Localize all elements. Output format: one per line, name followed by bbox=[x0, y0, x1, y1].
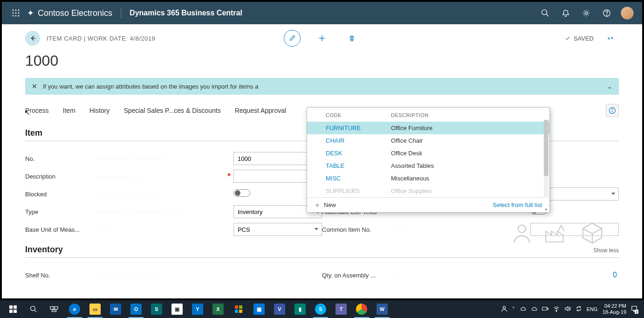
taskbar-dynamics[interactable]: ▮ bbox=[290, 300, 310, 318]
action-process[interactable]: Process bbox=[25, 107, 49, 114]
tray-sync-icon[interactable] bbox=[575, 305, 582, 313]
description-label: Description bbox=[25, 173, 95, 180]
tray-notifications-icon[interactable]: 3 bbox=[631, 305, 637, 313]
taskbar-word[interactable]: W bbox=[372, 300, 392, 318]
dd-row[interactable]: TABLEAssorted Tables bbox=[307, 159, 549, 172]
dd-row[interactable]: SUPPLIERSOffice Supplies bbox=[307, 185, 549, 197]
task-view-icon[interactable] bbox=[44, 300, 64, 318]
avatar[interactable] bbox=[621, 7, 634, 20]
taskbar-explorer[interactable]: ▭ bbox=[85, 300, 105, 318]
factbox-placeholder bbox=[498, 220, 619, 246]
page-title: 1000 bbox=[25, 52, 619, 69]
tray-chevron-up-icon[interactable]: ˄ bbox=[512, 306, 515, 312]
taskbar-chrome[interactable] bbox=[351, 300, 372, 318]
dd-row[interactable]: MISCMiscellaneous bbox=[307, 172, 549, 185]
svg-point-40 bbox=[556, 311, 557, 311]
person-icon bbox=[511, 222, 533, 244]
collapse-icon[interactable] bbox=[602, 30, 619, 47]
svg-rect-35 bbox=[235, 310, 238, 313]
svg-point-11 bbox=[585, 12, 587, 14]
divider bbox=[121, 7, 121, 19]
svg-point-6 bbox=[13, 15, 14, 17]
search-icon[interactable] bbox=[535, 2, 555, 24]
show-less-link[interactable]: Show less bbox=[593, 247, 619, 254]
factory-icon bbox=[544, 222, 568, 244]
breadcrumb: ITEM CARD | WORK DATE: 4/8/2019 bbox=[47, 35, 155, 42]
tray-onedrive2-icon[interactable] bbox=[531, 305, 537, 313]
svg-rect-30 bbox=[50, 307, 54, 309]
action-item[interactable]: Item bbox=[63, 107, 75, 114]
svg-point-3 bbox=[13, 13, 14, 14]
buom-input[interactable] bbox=[233, 223, 322, 236]
notification-banner: ✕ If you want, we can assign attributes … bbox=[25, 78, 619, 95]
app-launcher-icon[interactable] bbox=[7, 9, 25, 17]
svg-rect-39 bbox=[547, 308, 548, 309]
tray-volume-icon[interactable] bbox=[564, 305, 571, 313]
taskbar-visio[interactable]: V bbox=[269, 300, 290, 318]
bell-icon[interactable] bbox=[555, 2, 576, 24]
info-icon[interactable] bbox=[606, 104, 619, 117]
delete-button[interactable] bbox=[343, 30, 360, 47]
taskbar-skype[interactable]: S bbox=[310, 300, 331, 318]
buom-label: Base Unit of Meas... bbox=[25, 226, 95, 233]
qtyasm-value[interactable]: 0 bbox=[530, 269, 619, 282]
dd-row[interactable]: FURNITUREOffice Furniture bbox=[307, 122, 549, 134]
dd-row[interactable]: DESKOffice Desk bbox=[307, 147, 549, 159]
no-label: No. bbox=[25, 155, 95, 162]
taskbar-excel[interactable]: X bbox=[208, 300, 228, 318]
tray-onedrive-icon[interactable] bbox=[520, 305, 526, 313]
help-icon[interactable] bbox=[596, 2, 617, 24]
windows-taskbar: e ▭ ✉ O S ▣ Y X ▦ V ▮ S T W ˄ ENG 04:22 … bbox=[0, 300, 644, 318]
taskbar-ms[interactable] bbox=[228, 300, 249, 318]
taskbar-calendar[interactable]: ▦ bbox=[249, 300, 269, 318]
tray-battery-icon[interactable] bbox=[542, 305, 548, 313]
blocked-label: Blocked bbox=[25, 191, 95, 198]
tray-people-icon[interactable] bbox=[501, 305, 507, 313]
common-label: Common Item No. bbox=[322, 226, 392, 233]
svg-point-4 bbox=[15, 13, 17, 14]
gear-icon[interactable] bbox=[576, 2, 596, 24]
svg-point-8 bbox=[18, 15, 20, 17]
svg-rect-38 bbox=[542, 307, 547, 310]
new-button[interactable] bbox=[314, 30, 330, 47]
action-request-approval[interactable]: Request Approval bbox=[235, 107, 287, 114]
svg-point-20 bbox=[612, 109, 612, 109]
type-label: Type bbox=[25, 208, 95, 215]
dd-new-button[interactable]: New bbox=[315, 201, 336, 208]
taskbar-teams[interactable]: T bbox=[331, 300, 351, 318]
close-icon[interactable]: ✕ bbox=[32, 83, 37, 90]
blocked-toggle[interactable] bbox=[233, 189, 250, 197]
taskbar-store[interactable]: ▣ bbox=[167, 300, 187, 318]
taskbar-outlook[interactable]: O bbox=[126, 300, 146, 318]
dd-row[interactable]: CHAIROffice Chair bbox=[307, 134, 549, 147]
product-name: Dynamics 365 Business Central bbox=[130, 9, 242, 17]
svg-rect-31 bbox=[55, 307, 58, 309]
start-button[interactable] bbox=[3, 300, 23, 318]
edit-button[interactable] bbox=[284, 30, 301, 47]
scroll-down-icon[interactable]: ▾ bbox=[544, 207, 548, 212]
svg-rect-34 bbox=[239, 305, 242, 309]
taskbar-edge[interactable]: e bbox=[64, 300, 85, 318]
taskbar-mail[interactable]: ✉ bbox=[105, 300, 126, 318]
svg-point-13 bbox=[606, 15, 607, 15]
svg-point-5 bbox=[18, 13, 20, 14]
svg-rect-25 bbox=[14, 305, 17, 309]
tray-wifi-icon[interactable] bbox=[553, 305, 560, 313]
svg-point-2 bbox=[18, 10, 20, 11]
dd-full-list-link[interactable]: Select from full list bbox=[493, 201, 542, 208]
action-history[interactable]: History bbox=[89, 107, 110, 114]
chevron-down-icon[interactable]: ⌄ bbox=[607, 83, 612, 90]
taskbar-search-icon[interactable] bbox=[23, 300, 44, 318]
scrollbar[interactable] bbox=[544, 120, 548, 196]
taskbar-sharepoint[interactable]: S bbox=[146, 300, 167, 318]
svg-point-37 bbox=[503, 306, 505, 309]
svg-rect-36 bbox=[239, 310, 242, 313]
back-button[interactable] bbox=[25, 31, 40, 46]
tray-lang[interactable]: ENG bbox=[587, 306, 598, 312]
tray-clock[interactable]: 04:22 PM 18-Aug-19 bbox=[603, 303, 626, 315]
action-special-sales[interactable]: Special Sales P...ces & Discounts bbox=[123, 107, 220, 114]
taskbar-yammer[interactable]: Y bbox=[187, 300, 208, 318]
section-inventory-header[interactable]: Inventory Show less bbox=[25, 245, 619, 258]
svg-rect-27 bbox=[14, 310, 17, 313]
svg-point-9 bbox=[542, 10, 547, 15]
